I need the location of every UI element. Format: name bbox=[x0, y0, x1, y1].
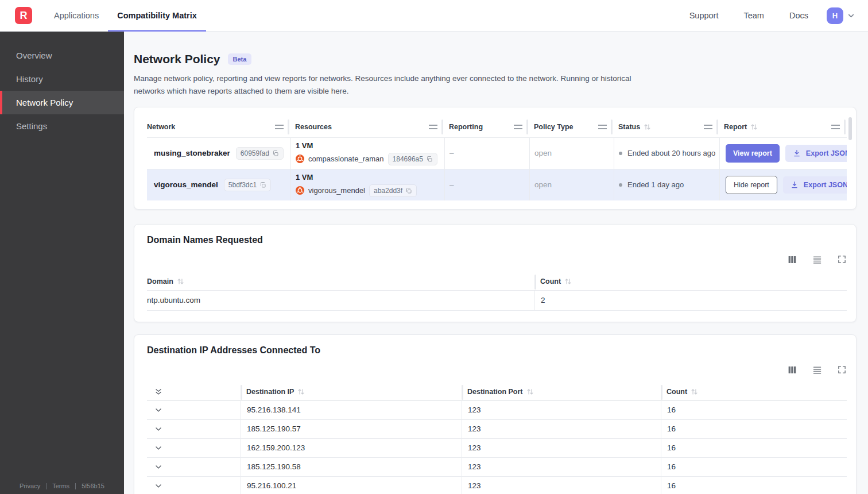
top-navigation: R Applications Compatibility Matrix Supp… bbox=[0, 0, 868, 32]
col-header-count[interactable]: Count bbox=[534, 273, 847, 290]
column-handle-icon[interactable] bbox=[704, 125, 712, 129]
sidebar-item-overview[interactable]: Overview bbox=[0, 44, 124, 67]
chevron-down-icon[interactable] bbox=[154, 481, 163, 491]
sidebar-item-history[interactable]: History bbox=[0, 67, 124, 91]
download-icon bbox=[790, 181, 799, 189]
chevron-down-icon[interactable] bbox=[154, 406, 163, 415]
row-expand-button[interactable] bbox=[154, 424, 163, 434]
sidebar-item-settings[interactable]: Settings bbox=[0, 114, 124, 138]
build-id: 5f56b15 bbox=[82, 483, 104, 489]
hide-report-button[interactable]: Hide report bbox=[726, 176, 777, 194]
link-support[interactable]: Support bbox=[689, 11, 719, 20]
chevron-down-icon[interactable] bbox=[154, 424, 163, 434]
destination-row: 95.216.138.141 123 16 bbox=[147, 401, 847, 420]
sort-icon[interactable] bbox=[691, 388, 698, 395]
copy-icon[interactable] bbox=[272, 150, 279, 157]
privacy-link[interactable]: Privacy bbox=[20, 483, 40, 489]
col-header-status[interactable]: Status bbox=[614, 117, 719, 137]
network-row-vigorous-mendel[interactable]: vigorous_mendel 5bdf3dc1 1 VM bbox=[147, 169, 847, 200]
table-scrollbar-thumb[interactable] bbox=[848, 117, 852, 140]
tab-applications-label: Applications bbox=[54, 11, 99, 20]
sort-icon[interactable] bbox=[564, 278, 572, 285]
network-id: 60959fad bbox=[241, 149, 269, 157]
view-report-button[interactable]: View report bbox=[726, 144, 780, 163]
double-chevron-down-icon[interactable] bbox=[154, 387, 163, 396]
destinations-table-header: Destination IP Destination Port Count bbox=[147, 384, 847, 401]
networks-table-header: Network Resources Reporting Policy Type … bbox=[147, 117, 847, 137]
app-logo-letter: R bbox=[20, 10, 28, 22]
copy-icon[interactable] bbox=[426, 156, 433, 163]
network-row-musing-stonebraker[interactable]: musing_stonebraker 60959fad 1 VM bbox=[147, 137, 847, 169]
chevron-down-icon[interactable] bbox=[154, 443, 163, 453]
rows-view-icon[interactable] bbox=[812, 365, 823, 375]
row-expander-cell bbox=[147, 420, 241, 438]
expand-fullscreen-icon[interactable] bbox=[837, 365, 847, 375]
app-logo[interactable]: R bbox=[15, 7, 32, 24]
sidebar-footer: Privacy Terms 5f56b15 bbox=[0, 483, 124, 489]
expand-all-rows-button[interactable] bbox=[147, 384, 241, 400]
copy-icon[interactable] bbox=[259, 182, 266, 188]
row-expand-button[interactable] bbox=[154, 462, 163, 472]
column-handle-icon[interactable] bbox=[429, 125, 437, 129]
terms-link[interactable]: Terms bbox=[52, 483, 69, 489]
status-text: Ended about 20 hours ago bbox=[627, 149, 715, 157]
top-tabs: Applications Compatibility Matrix bbox=[45, 0, 206, 32]
col-header-status-label: Status bbox=[618, 123, 640, 131]
destination-ip-cell: 95.216.100.21 bbox=[241, 477, 462, 494]
networks-card: Network Resources Reporting Policy Type … bbox=[134, 107, 857, 210]
col-header-count[interactable]: Count bbox=[661, 384, 847, 400]
col-header-report[interactable]: Report bbox=[719, 117, 847, 137]
column-handle-icon[interactable] bbox=[598, 125, 607, 129]
tab-applications[interactable]: Applications bbox=[45, 0, 108, 32]
col-header-resources[interactable]: Resources bbox=[290, 117, 444, 137]
col-header-policy-type[interactable]: Policy Type bbox=[529, 117, 614, 137]
status-cell: Ended 1 day ago bbox=[614, 169, 719, 200]
sidebar: Overview History Network Policy Settings… bbox=[0, 32, 124, 494]
count-cell: 16 bbox=[661, 458, 847, 476]
resource-id-badge[interactable]: aba2dd3f bbox=[369, 184, 417, 197]
col-header-domain[interactable]: Domain bbox=[147, 273, 534, 290]
network-id-badge[interactable]: 5bdf3dc1 bbox=[224, 179, 271, 191]
sort-icon[interactable] bbox=[297, 388, 305, 395]
sort-icon[interactable] bbox=[644, 124, 651, 130]
avatar[interactable]: H bbox=[827, 7, 843, 24]
row-expand-button[interactable] bbox=[154, 406, 163, 415]
sort-icon[interactable] bbox=[750, 124, 758, 130]
row-expand-button[interactable] bbox=[154, 443, 163, 453]
column-handle-icon[interactable] bbox=[275, 125, 284, 129]
col-header-destination-port[interactable]: Destination Port bbox=[462, 384, 661, 400]
col-header-destination-ip[interactable]: Destination IP bbox=[241, 384, 462, 400]
rows-view-icon[interactable] bbox=[812, 254, 823, 265]
column-handle-icon[interactable] bbox=[831, 125, 840, 129]
col-header-network[interactable]: Network bbox=[147, 117, 290, 137]
destination-ip-cell: 185.125.190.58 bbox=[241, 458, 462, 476]
columns-view-icon[interactable] bbox=[787, 254, 797, 265]
columns-view-icon[interactable] bbox=[787, 365, 797, 375]
expand-fullscreen-icon[interactable] bbox=[837, 254, 847, 264]
copy-icon[interactable] bbox=[405, 187, 412, 194]
tab-compatibility-matrix[interactable]: Compatibility Matrix bbox=[108, 0, 206, 32]
link-team[interactable]: Team bbox=[743, 11, 764, 20]
footer-divider bbox=[75, 483, 76, 489]
row-expand-button[interactable] bbox=[154, 481, 163, 491]
export-json-button[interactable]: Export JSON bbox=[785, 145, 847, 162]
destination-row: 162.159.200.123 123 16 bbox=[147, 439, 847, 458]
column-handle-icon[interactable] bbox=[514, 125, 522, 129]
resource-id-badge[interactable]: 184696a5 bbox=[388, 153, 437, 165]
domains-table-header: Domain Count bbox=[147, 273, 847, 291]
export-json-button[interactable]: Export JSON bbox=[783, 176, 847, 194]
sort-icon[interactable] bbox=[177, 278, 184, 285]
chevron-down-icon[interactable] bbox=[847, 11, 855, 20]
ubuntu-icon bbox=[296, 186, 304, 195]
destination-port-cell: 123 bbox=[462, 420, 661, 438]
col-header-reporting[interactable]: Reporting bbox=[444, 117, 529, 137]
user-menu[interactable]: H bbox=[827, 7, 855, 24]
network-cell: musing_stonebraker 60959fad bbox=[147, 138, 290, 169]
chevron-down-icon[interactable] bbox=[154, 462, 163, 472]
sidebar-item-history-label: History bbox=[16, 74, 43, 84]
sort-icon[interactable] bbox=[526, 388, 534, 395]
destination-row: 185.125.190.57 123 16 bbox=[147, 420, 847, 439]
sidebar-item-network-policy[interactable]: Network Policy bbox=[0, 91, 124, 114]
network-id-badge[interactable]: 60959fad bbox=[236, 147, 284, 160]
link-docs[interactable]: Docs bbox=[789, 11, 808, 20]
